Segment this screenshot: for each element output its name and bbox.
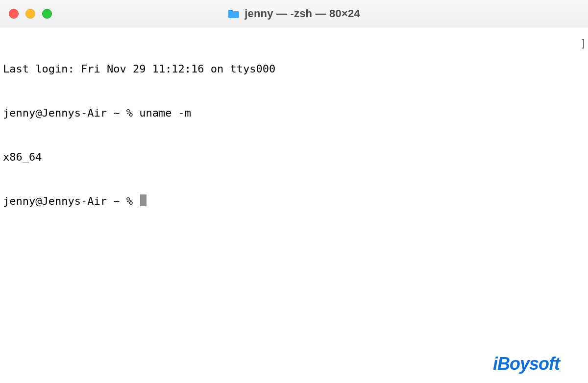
terminal-line: jenny@Jennys-Air ~ % uname -m	[3, 106, 585, 120]
minimize-button[interactable]	[25, 9, 35, 19]
terminal-prompt: jenny@Jennys-Air ~ %	[3, 195, 139, 207]
title-center: jenny — -zsh — 80×24	[0, 7, 588, 20]
scrollbar-mark: ]	[580, 36, 587, 51]
folder-icon	[228, 9, 240, 19]
terminal-output[interactable]: Last login: Fri Nov 29 11:12:16 on ttys0…	[0, 27, 588, 238]
zoom-button[interactable]	[42, 9, 52, 19]
terminal-line: x86_64	[3, 150, 585, 165]
terminal-prompt-line: jenny@Jennys-Air ~ %	[3, 194, 585, 209]
window-title: jenny — -zsh — 80×24	[245, 7, 360, 20]
watermark-logo: iBoysoft	[493, 354, 560, 374]
titlebar: jenny — -zsh — 80×24	[0, 0, 588, 27]
window-controls	[9, 9, 52, 19]
terminal-line: Last login: Fri Nov 29 11:12:16 on ttys0…	[3, 62, 585, 76]
cursor-icon	[140, 194, 147, 206]
watermark-text: iBoysoft	[493, 354, 560, 374]
close-button[interactable]	[9, 9, 19, 19]
